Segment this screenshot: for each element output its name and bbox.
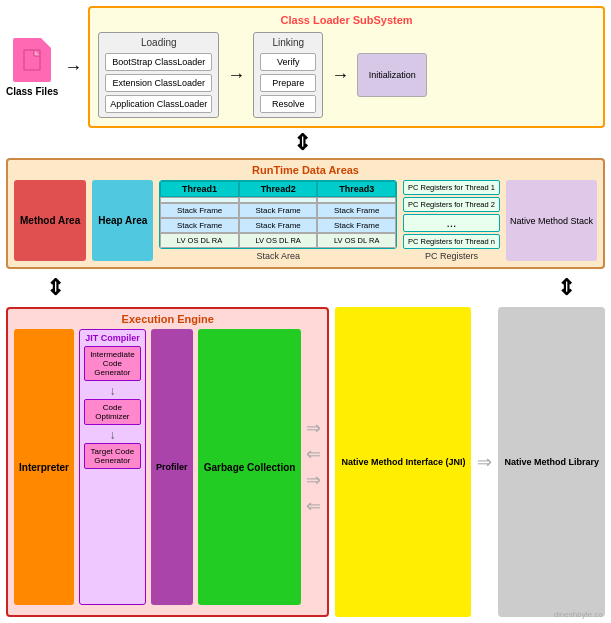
verify-item: Verify [260, 53, 316, 71]
class-files-label: Class Files [6, 86, 58, 97]
class-files-container: Class Files [6, 38, 58, 97]
diagram-container: Class Files → Class Loader SubSystem Loa… [0, 0, 611, 623]
execution-engine-box: Execution Engine Interpreter JIT Compile… [6, 307, 329, 617]
pc-reg-0: PC Registers for Thread 1 [403, 180, 500, 195]
init-box: Initialization [357, 53, 427, 97]
resolve-item: Resolve [260, 95, 316, 113]
svg-rect-0 [24, 50, 40, 70]
pc-registers-container: PC Registers for Thread 1 PC Registers f… [403, 180, 500, 249]
execution-inner: Interpreter JIT Compiler Intermediate Co… [14, 329, 321, 605]
lvc2: LV OS DL RA [317, 233, 396, 248]
cl-to-rt-arrows: ⇕ [6, 134, 605, 152]
profiler-box: Profiler [151, 329, 193, 605]
thread1-header: Thread1 [160, 181, 239, 197]
application-loader: Application ClassLoader [105, 95, 212, 113]
stack-area-label: Stack Area [159, 251, 397, 261]
nmi-to-nml-arrow: ⇒ [477, 307, 492, 617]
runtime-section: RunTime Data Areas Method Area Heap Area… [6, 158, 605, 269]
extension-loader: Extension ClassLoader [105, 74, 212, 92]
runtime-inner: Method Area Heap Area Thread1 Thread2 Th… [14, 180, 597, 261]
garbage-collection-box: Garbage Collection [198, 329, 302, 605]
class-loader-box: Class Loader SubSystem Loading BootStrap… [88, 6, 605, 128]
jit-item-2: Target Code Generator [84, 443, 141, 469]
method-area-box: Method Area [14, 180, 86, 261]
loading-to-linking-arrow: → [227, 65, 245, 86]
thread2-header: Thread2 [239, 181, 318, 197]
middle-arrows-row: ⇕ ⇕ [6, 275, 605, 301]
pc-reg-2: ... [403, 214, 500, 232]
class-loader-section: Class Files → Class Loader SubSystem Loa… [6, 6, 605, 128]
loading-title: Loading [105, 37, 212, 48]
runtime-title: RunTime Data Areas [14, 164, 597, 176]
rt-to-ee-arrow: ⇕ [46, 275, 64, 301]
native-method-stack-box: Native Method Stack [506, 180, 597, 261]
execution-engine-title: Execution Engine [14, 313, 321, 325]
stack-area-container: Thread1 Thread2 Thread3 Stack Frame Stac… [159, 180, 397, 261]
native-method-library-box: Native Method Library [498, 307, 605, 617]
thread-row-lv: LV OS DL RA LV OS DL RA LV OS DL RA [160, 233, 396, 248]
thread-row-1: Stack Frame Stack Frame Stack Frame [160, 203, 396, 218]
lvc0: LV OS DL RA [160, 233, 239, 248]
thread3-header: Thread3 [317, 181, 396, 197]
jit-item-1: Code Optimizer [84, 399, 141, 425]
t2c2: Stack Frame [317, 218, 396, 233]
class-file-icon [13, 38, 51, 82]
pc-reg-3: PC Registers for Thread n [403, 234, 500, 249]
t1c0: Stack Frame [160, 203, 239, 218]
t2c0: Stack Frame [160, 218, 239, 233]
vertical-arrow-updown: ⇕ [293, 130, 319, 156]
jit-arrow-1: ↓ [84, 428, 141, 442]
class-loader-inner: Loading BootStrap ClassLoader Extension … [98, 32, 595, 118]
linking-title: Linking [260, 37, 316, 48]
watermark: dineshbyte.co [554, 610, 603, 619]
jit-title: JIT Compiler [84, 333, 141, 343]
thread-row-2: Stack Frame Stack Frame Stack Frame [160, 218, 396, 233]
native-method-interface-box: Native Method Interface (JNI) [335, 307, 471, 617]
thread-header-row: Thread1 Thread2 Thread3 [160, 181, 396, 197]
right-arrow-2: ⇒ [306, 469, 321, 491]
pc-registers-section: PC Registers for Thread 1 PC Registers f… [403, 180, 500, 261]
linking-to-init-arrow: → [331, 65, 349, 86]
rt-to-nm-arrow: ⇕ [557, 275, 575, 301]
pc-label: PC Registers [403, 251, 500, 261]
t1c2: Stack Frame [317, 203, 396, 218]
jit-arrow-0: ↓ [84, 384, 141, 398]
linking-box: Linking Verify Prepare Resolve [253, 32, 323, 118]
left-arrow-2: ⇐ [306, 495, 321, 517]
class-loader-title: Class Loader SubSystem [98, 14, 595, 26]
interpreter-box: Interpreter [14, 329, 74, 605]
t1c1: Stack Frame [239, 203, 318, 218]
jit-item-0: Intermediate Code Generator [84, 346, 141, 381]
loading-box: Loading BootStrap ClassLoader Extension … [98, 32, 219, 118]
t2c1: Stack Frame [239, 218, 318, 233]
execution-right-arrows: ⇒ ⇐ ⇒ ⇐ [306, 329, 321, 605]
heap-area-box: Heap Area [92, 180, 153, 261]
pc-reg-1: PC Registers for Thread 2 [403, 197, 500, 212]
right-arrow-1: ⇒ [306, 417, 321, 439]
stack-threads: Thread1 Thread2 Thread3 Stack Frame Stac… [159, 180, 397, 249]
bottom-section: Execution Engine Interpreter JIT Compile… [6, 307, 605, 617]
class-files-arrow: → [64, 57, 82, 78]
bootstrap-loader: BootStrap ClassLoader [105, 53, 212, 71]
lvc1: LV OS DL RA [239, 233, 318, 248]
left-arrow-1: ⇐ [306, 443, 321, 465]
prepare-item: Prepare [260, 74, 316, 92]
jit-compiler-box: JIT Compiler Intermediate Code Generator… [79, 329, 146, 605]
